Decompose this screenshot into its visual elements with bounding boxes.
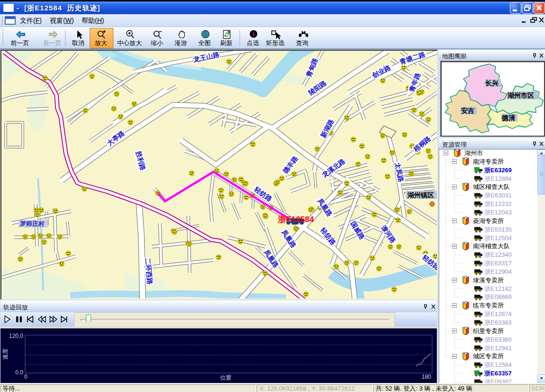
svg-text:长兴: 长兴 (485, 79, 499, 87)
svg-text:浙E12340: 浙E12340 (484, 251, 512, 258)
svg-text:练市专卖所: 练市专卖所 (472, 302, 504, 309)
svg-text:浙E12941: 浙E12941 (484, 345, 512, 352)
svg-text:浙E12874: 浙E12874 (484, 310, 512, 317)
svg-text:i: i (253, 30, 255, 37)
svg-text:浙E08669: 浙E08669 (484, 293, 512, 300)
svg-text:0: 0 (24, 373, 28, 380)
svg-text:浙E63269: 浙E63269 (484, 167, 512, 174)
svg-text:180: 180 (422, 373, 431, 380)
svg-text:浙E63135: 浙E63135 (484, 226, 512, 233)
svg-text:浙E63360: 浙E63360 (484, 336, 512, 343)
svg-text:南浔稽查大队: 南浔稽查大队 (473, 243, 510, 250)
svg-text:埭溪专卖所: 埭溪专卖所 (472, 277, 504, 284)
svg-text:湖州市区: 湖州市区 (507, 92, 534, 99)
svg-text:城区稽查大队: 城区稽查大队 (473, 183, 510, 190)
svg-text:南浔专卖所: 南浔专卖所 (473, 158, 504, 165)
svg-text:浙E12043: 浙E12043 (484, 209, 512, 216)
svg-text:浙E12232: 浙E12232 (484, 200, 512, 207)
svg-text:罗师庄村: 罗师庄村 (20, 220, 45, 227)
svg-text:浙E09387: 浙E09387 (484, 378, 512, 383)
svg-text:浙E12584: 浙E12584 (484, 361, 512, 368)
svg-text:安吉: 安吉 (461, 107, 474, 114)
svg-text:浙E63357: 浙E63357 (484, 370, 512, 377)
svg-text:120.0: 120.0 (9, 333, 23, 339)
svg-text:浙E12504: 浙E12504 (484, 234, 512, 242)
svg-text:浙E12584: 浙E12584 (277, 215, 314, 224)
svg-text:0.0: 0.0 (15, 369, 23, 376)
svg-text:浙E12904: 浙E12904 (484, 268, 512, 275)
svg-text:浙E63317: 浙E63317 (484, 260, 512, 267)
svg-text:湖州市: 湖州市 (464, 149, 483, 157)
svg-text:城区专卖所: 城区专卖所 (473, 353, 504, 360)
svg-text:浙E63031: 浙E63031 (484, 192, 512, 199)
svg-text:织里专卖所: 织里专卖所 (473, 327, 504, 335)
svg-text:浙E12894: 浙E12894 (484, 175, 512, 182)
svg-text:浙E12142: 浙E12142 (484, 285, 512, 292)
svg-text:位置: 位置 (220, 374, 231, 381)
svg-text:浙E63383: 浙E63383 (484, 319, 512, 326)
svg-text:速度: 速度 (2, 348, 9, 360)
svg-text:德清: 德清 (501, 114, 515, 121)
svg-text:菱湖专卖所: 菱湖专卖所 (473, 217, 504, 224)
svg-text:湖州镇区: 湖州镇区 (407, 191, 434, 199)
